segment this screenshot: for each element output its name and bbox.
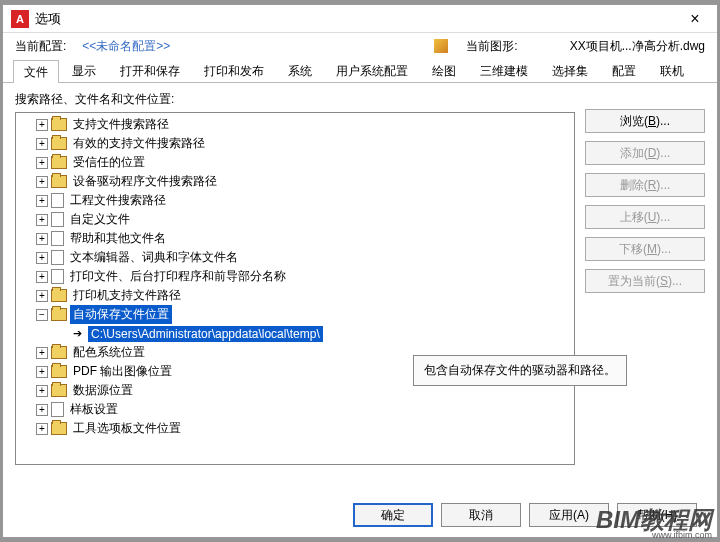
folder-icon — [51, 365, 67, 378]
tab-9[interactable]: 配置 — [601, 59, 647, 82]
tooltip: 包含自动保存文件的驱动器和路径。 — [413, 355, 627, 386]
expander-icon[interactable]: + — [36, 157, 48, 169]
section-label: 搜索路径、文件名和文件位置: — [15, 91, 575, 108]
current-drawing-value: XX项目机...净高分析.dwg — [570, 38, 705, 55]
help-button[interactable]: 帮助(H) — [617, 503, 697, 527]
side-button-R: 删除(R)... — [585, 173, 705, 197]
expander-icon[interactable]: + — [36, 252, 48, 264]
window-title: 选项 — [35, 10, 681, 28]
tree-view[interactable]: +支持文件搜索路径+有效的支持文件搜索路径+受信任的位置+设备驱动程序文件搜索路… — [15, 112, 575, 465]
tree-item[interactable]: −自动保存文件位置 — [18, 305, 572, 324]
ok-button[interactable]: 确定 — [353, 503, 433, 527]
dwg-icon — [434, 39, 448, 53]
expander-icon[interactable]: + — [36, 195, 48, 207]
tree-label[interactable]: 样板设置 — [67, 400, 121, 419]
tab-7[interactable]: 三维建模 — [469, 59, 539, 82]
tree-label[interactable]: 自定义文件 — [67, 210, 133, 229]
tab-5[interactable]: 用户系统配置 — [325, 59, 419, 82]
tab-0[interactable]: 文件 — [13, 60, 59, 83]
current-drawing-label: 当前图形: — [466, 38, 517, 55]
tree-label[interactable]: 支持文件搜索路径 — [70, 115, 172, 134]
tab-8[interactable]: 选择集 — [541, 59, 599, 82]
folder-icon — [51, 137, 67, 150]
expander-icon[interactable]: + — [36, 271, 48, 283]
folder-icon — [51, 308, 67, 321]
tab-6[interactable]: 绘图 — [421, 59, 467, 82]
tree-item[interactable]: ➔C:\Users\Administrator\appdata\local\te… — [18, 324, 572, 343]
tree-label[interactable]: 帮助和其他文件名 — [67, 229, 169, 248]
tab-1[interactable]: 显示 — [61, 59, 107, 82]
tree-label[interactable]: 数据源位置 — [70, 381, 136, 400]
folder-icon — [51, 346, 67, 359]
doc-icon — [51, 250, 64, 265]
expander-icon[interactable]: + — [36, 423, 48, 435]
expander-icon[interactable]: + — [36, 138, 48, 150]
cancel-button[interactable]: 取消 — [441, 503, 521, 527]
folder-icon — [51, 384, 67, 397]
folder-icon — [51, 118, 67, 131]
side-button-B[interactable]: 浏览(B)... — [585, 109, 705, 133]
titlebar: A 选项 × — [3, 5, 717, 33]
tree-label[interactable]: 工程文件搜索路径 — [67, 191, 169, 210]
tree-label[interactable]: 自动保存文件位置 — [70, 305, 172, 324]
expander-icon[interactable]: + — [36, 214, 48, 226]
tree-item[interactable]: +支持文件搜索路径 — [18, 115, 572, 134]
tree-label[interactable]: 配色系统位置 — [70, 343, 148, 362]
tree-item[interactable]: +工具选项板文件位置 — [18, 419, 572, 438]
current-profile-value: <<未命名配置>> — [82, 38, 170, 55]
tree-label[interactable]: PDF 输出图像位置 — [70, 362, 175, 381]
arrow-icon: ➔ — [69, 327, 85, 340]
tree-item[interactable]: +打印机支持文件路径 — [18, 286, 572, 305]
tree-label[interactable]: 工具选项板文件位置 — [70, 419, 184, 438]
side-button-D: 添加(D)... — [585, 141, 705, 165]
tab-3[interactable]: 打印和发布 — [193, 59, 275, 82]
tree-label[interactable]: 受信任的位置 — [70, 153, 148, 172]
tab-strip: 文件显示打开和保存打印和发布系统用户系统配置绘图三维建模选择集配置联机 — [3, 59, 717, 83]
expander-icon[interactable]: − — [36, 309, 48, 321]
tab-10[interactable]: 联机 — [649, 59, 695, 82]
expander-icon[interactable]: + — [36, 404, 48, 416]
tree-label[interactable]: 打印文件、后台打印程序和前导部分名称 — [67, 267, 289, 286]
footer: 确定 取消 应用(A) 帮助(H) — [353, 503, 697, 527]
tree-label[interactable]: 设备驱动程序文件搜索路径 — [70, 172, 220, 191]
doc-icon — [51, 402, 64, 417]
tree-label[interactable]: 文本编辑器、词典和字体文件名 — [67, 248, 241, 267]
content-area: 搜索路径、文件名和文件位置: +支持文件搜索路径+有效的支持文件搜索路径+受信任… — [3, 83, 717, 473]
side-buttons: 浏览(B)...添加(D)...删除(R)...上移(U)...下移(M)...… — [585, 91, 705, 465]
tree-item[interactable]: +帮助和其他文件名 — [18, 229, 572, 248]
tree-item[interactable]: +受信任的位置 — [18, 153, 572, 172]
profile-row: 当前配置: <<未命名配置>> 当前图形: XX项目机...净高分析.dwg — [3, 33, 717, 59]
tree-label[interactable]: C:\Users\Administrator\appdata\local\tem… — [88, 326, 323, 342]
tree-label[interactable]: 有效的支持文件搜索路径 — [70, 134, 208, 153]
tree-item[interactable]: +打印文件、后台打印程序和前导部分名称 — [18, 267, 572, 286]
expander-icon[interactable]: + — [36, 119, 48, 131]
doc-icon — [51, 212, 64, 227]
expander-icon[interactable]: + — [36, 366, 48, 378]
tree-label[interactable]: 打印机支持文件路径 — [70, 286, 184, 305]
close-icon[interactable]: × — [681, 10, 709, 28]
tree-item[interactable]: +有效的支持文件搜索路径 — [18, 134, 572, 153]
expander-icon[interactable]: + — [36, 347, 48, 359]
expander-icon[interactable]: + — [36, 290, 48, 302]
expander-icon[interactable]: + — [36, 385, 48, 397]
app-icon: A — [11, 10, 29, 28]
options-dialog: A 选项 × 当前配置: <<未命名配置>> 当前图形: XX项目机...净高分… — [2, 4, 718, 538]
expander-icon[interactable]: + — [36, 176, 48, 188]
current-profile-label: 当前配置: — [15, 38, 66, 55]
folder-icon — [51, 289, 67, 302]
side-button-U: 上移(U)... — [585, 205, 705, 229]
tree-item[interactable]: +自定义文件 — [18, 210, 572, 229]
tab-4[interactable]: 系统 — [277, 59, 323, 82]
tab-2[interactable]: 打开和保存 — [109, 59, 191, 82]
folder-icon — [51, 156, 67, 169]
tree-item[interactable]: +样板设置 — [18, 400, 572, 419]
tree-item[interactable]: +文本编辑器、词典和字体文件名 — [18, 248, 572, 267]
tree-item[interactable]: +工程文件搜索路径 — [18, 191, 572, 210]
apply-button[interactable]: 应用(A) — [529, 503, 609, 527]
folder-icon — [51, 175, 67, 188]
doc-icon — [51, 193, 64, 208]
doc-icon — [51, 231, 64, 246]
tree-item[interactable]: +设备驱动程序文件搜索路径 — [18, 172, 572, 191]
expander-icon[interactable]: + — [36, 233, 48, 245]
side-button-S: 置为当前(S)... — [585, 269, 705, 293]
